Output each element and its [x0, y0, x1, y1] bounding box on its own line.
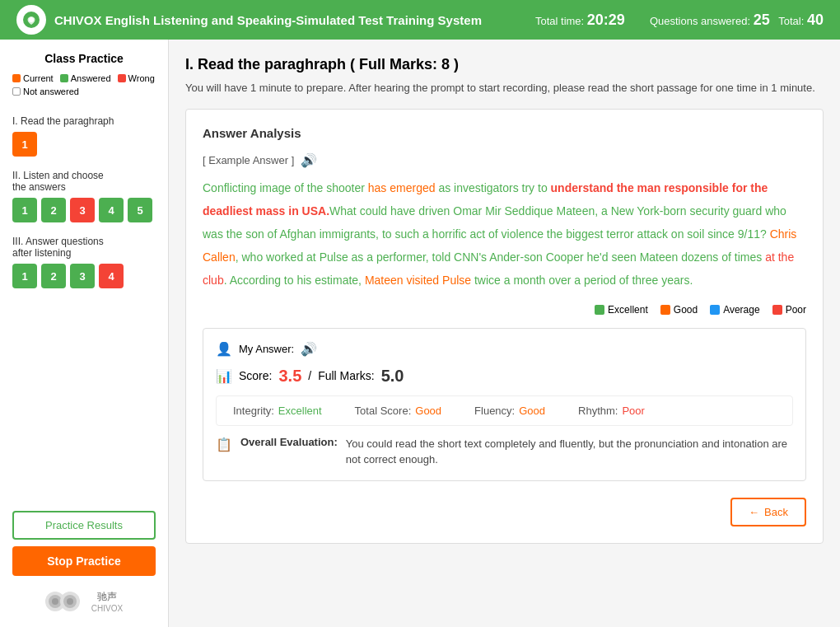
app-title: CHIVOX English Listening and Speaking-Si… [54, 13, 535, 27]
passage-seg-1: Conflicting image of the shooter [203, 181, 368, 194]
questions-answered-section: Questions answered: 25 Total: 40 [650, 12, 824, 29]
full-marks-value: 5.0 [381, 367, 404, 386]
q-btn-section3-2[interactable]: 2 [41, 264, 66, 288]
q-btn-section2-4[interactable]: 4 [99, 198, 124, 222]
main-layout: Class Practice Current Answered Wrong No… [0, 40, 840, 627]
passage-seg-11: Mateen visited Pulse [365, 274, 471, 287]
header: CHIVOX English Listening and Speaking-Si… [0, 0, 840, 40]
sidebar-title: Class Practice [12, 52, 156, 65]
stop-practice-button[interactable]: Stop Practice [12, 546, 156, 576]
my-answer-speaker-icon[interactable]: 🔊 [301, 341, 317, 357]
good-sq [660, 305, 670, 315]
passage-seg-3: as investigators try to [436, 181, 551, 194]
legend-excellent: Excellent [595, 304, 648, 316]
section2-label: II. Listen and choosethe answers [12, 170, 156, 193]
passage-seg-12: twice a month over a period of three yea… [471, 274, 693, 287]
rhythm-value: Poor [622, 405, 644, 417]
sidebar: Class Practice Current Answered Wrong No… [0, 40, 169, 627]
q-btn-section1-1[interactable]: 1 [12, 132, 37, 157]
legend-average: Average [710, 304, 759, 316]
q-btn-section3-4[interactable]: 4 [99, 264, 124, 288]
section1-questions: 1 [12, 132, 156, 157]
metric-rhythm: Rhythm: Poor [578, 405, 645, 417]
content-title: I. Read the paraghraph ( Full Marks: 8 ) [185, 56, 824, 73]
total-time-value: 20:29 [587, 12, 625, 28]
example-speaker-icon[interactable]: 🔊 [301, 152, 317, 168]
my-answer-header: 👤 My Answer: 🔊 [216, 341, 793, 357]
not-answered-dot [12, 87, 21, 96]
q-btn-section3-1[interactable]: 1 [12, 264, 37, 288]
passage-seg-2: has emerged [368, 181, 436, 194]
section3-questions: 1 2 3 4 [12, 264, 156, 288]
fluency-value: Good [519, 405, 545, 417]
metric-integrity: Integrity: Excellent [233, 405, 322, 417]
section2-questions: 1 2 3 4 5 [12, 198, 156, 222]
svg-point-7 [67, 598, 73, 605]
passage-legend-row: Excellent Good Average Poor [203, 304, 806, 316]
chivox-logo: 驰声 CHIVOX [12, 588, 156, 615]
back-button[interactable]: ← Back [730, 498, 806, 526]
wrong-dot [118, 74, 126, 82]
q-btn-section2-2[interactable]: 2 [41, 198, 66, 222]
section1-label: I. Read the paraghraph [12, 115, 156, 127]
legend-wrong: Wrong [118, 73, 155, 83]
back-row: ← Back [203, 498, 806, 526]
overall-evaluation-row: 📋 Overall Evaluation: You could read the… [216, 436, 793, 468]
passage-seg-8: , who worked at Pulse as a performer, to… [236, 250, 765, 264]
legend-not-answered: Not answered [12, 87, 79, 96]
back-arrow-icon: ← [749, 506, 759, 518]
example-label: [ Example Answer ] 🔊 [203, 152, 806, 168]
total-time-section: Total time: 20:29 [535, 12, 625, 29]
legend-poor: Poor [772, 304, 806, 316]
metric-fluency: Fluency: Good [474, 405, 545, 417]
header-info: Total time: 20:29 Questions answered: 25… [535, 12, 824, 29]
metric-total-score: Total Score: Good [355, 405, 441, 417]
section3-label: III. Answer questionsafter listening [12, 236, 156, 259]
integrity-value: Excellent [278, 405, 322, 417]
score-row: 📊 Score: 3.5 / Full Marks: 5.0 [216, 367, 793, 386]
eval-icon: 📋 [216, 437, 232, 452]
answered-dot [60, 74, 68, 82]
passage-seg-10: . According to his estimate, [224, 274, 365, 287]
svg-point-4 [52, 598, 58, 605]
app-logo [16, 5, 46, 35]
current-dot [12, 74, 21, 82]
q-btn-section2-5[interactable]: 5 [128, 198, 152, 222]
passage-seg-6: , to such a horrific act of violence the… [376, 227, 770, 241]
content-area: I. Read the paraghraph ( Full Marks: 8 )… [169, 40, 840, 627]
metrics-row: Integrity: Excellent Total Score: Good F… [216, 395, 793, 426]
person-icon: 👤 [216, 341, 232, 357]
my-answer-card: 👤 My Answer: 🔊 📊 Score: 3.5 / Full Marks… [203, 328, 806, 481]
legend-good: Good [660, 304, 698, 316]
total-value: 40 [807, 12, 824, 28]
excellent-sq [595, 305, 604, 315]
legend-answered: Answered [60, 73, 111, 83]
q-btn-section2-3[interactable]: 3 [70, 198, 95, 222]
questions-answered-value: 25 [754, 12, 770, 28]
average-sq [710, 305, 720, 315]
passage-text: Conflicting image of the shooter has eme… [203, 176, 806, 292]
total-score-value: Good [415, 405, 441, 417]
content-description: You will have 1 minute to prepare. After… [185, 80, 824, 96]
q-btn-section2-1[interactable]: 1 [12, 198, 37, 222]
answer-analysis-card: Answer Analysis [ Example Answer ] 🔊 Con… [185, 109, 824, 544]
overall-text: You could read the short text completely… [346, 436, 793, 468]
practice-results-button[interactable]: Practice Results [12, 511, 156, 540]
card-title: Answer Analysis [203, 126, 806, 140]
poor-sq [772, 305, 782, 315]
legend-current: Current [12, 73, 54, 83]
score-icon: 📊 [216, 368, 232, 384]
score-value: 3.5 [278, 367, 301, 386]
legend: Current Answered Wrong Not answered [12, 73, 156, 96]
svg-point-1 [29, 17, 34, 22]
q-btn-section3-3[interactable]: 3 [70, 264, 95, 288]
